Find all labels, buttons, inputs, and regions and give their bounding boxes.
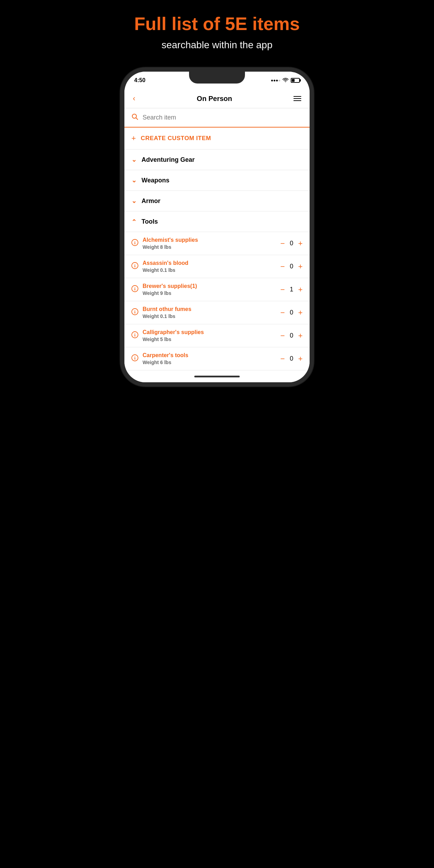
decrement-button[interactable]: −	[280, 355, 285, 363]
search-icon	[131, 113, 138, 122]
battery-icon	[291, 78, 300, 83]
item-weight: Weight 8 lbs	[143, 244, 280, 250]
item-name[interactable]: Carpenter's tools	[143, 352, 280, 359]
chevron-down-icon: ⌄	[131, 176, 137, 184]
counter-value: 0	[289, 355, 294, 362]
counter-value: 1	[289, 286, 294, 293]
item-counter: − 0 +	[280, 263, 303, 270]
signal-icon	[271, 80, 280, 81]
item-counter: − 0 +	[280, 332, 303, 340]
category-label: Armor	[142, 197, 160, 205]
svg-text:i: i	[134, 286, 136, 291]
phone-mockup: 4:50 ‹ On Person	[124, 72, 310, 382]
wifi-icon	[282, 78, 289, 83]
counter-value: 0	[289, 309, 294, 316]
search-input[interactable]	[143, 114, 303, 121]
info-icon[interactable]: i	[131, 354, 138, 363]
item-row: i Assassin's blood Weight 0.1 lbs − 0 +	[124, 255, 310, 278]
decrement-button[interactable]: −	[280, 309, 285, 317]
svg-text:i: i	[134, 309, 136, 314]
increment-button[interactable]: +	[298, 286, 303, 294]
item-details: Carpenter's tools Weight 6 lbs	[143, 352, 280, 365]
item-name[interactable]: Brewer's supplies(1)	[143, 283, 280, 289]
item-row: i Alchemist's supplies Weight 8 lbs − 0 …	[124, 232, 310, 255]
increment-button[interactable]: +	[298, 240, 303, 247]
item-counter: − 0 +	[280, 309, 303, 317]
info-icon[interactable]: i	[131, 331, 138, 340]
item-row: i Carpenter's tools Weight 6 lbs − 0 +	[124, 347, 310, 370]
increment-button[interactable]: +	[298, 355, 303, 363]
item-row: i Calligrapher's supplies Weight 5 lbs −…	[124, 324, 310, 347]
svg-text:i: i	[134, 240, 136, 245]
nav-bar: ‹ On Person	[124, 89, 310, 108]
category-tools[interactable]: ⌄ Tools	[124, 211, 310, 232]
category-label: Adventuring Gear	[142, 156, 195, 164]
item-row: i Burnt othur fumes Weight 0.1 lbs − 0 +	[124, 301, 310, 324]
item-counter: − 0 +	[280, 355, 303, 363]
category-weapons[interactable]: ⌄ Weapons	[124, 170, 310, 191]
item-details: Assassin's blood Weight 0.1 lbs	[143, 260, 280, 273]
svg-text:i: i	[134, 332, 136, 338]
svg-text:i: i	[134, 355, 136, 361]
svg-text:i: i	[134, 263, 136, 268]
item-weight: Weight 0.1 lbs	[143, 267, 280, 273]
home-bar	[124, 370, 310, 382]
item-details: Calligrapher's supplies Weight 5 lbs	[143, 329, 280, 342]
item-details: Burnt othur fumes Weight 0.1 lbs	[143, 306, 280, 319]
create-plus-icon: +	[131, 134, 136, 143]
decrement-button[interactable]: −	[280, 332, 285, 340]
item-weight: Weight 6 lbs	[143, 360, 280, 365]
item-name[interactable]: Alchemist's supplies	[143, 237, 280, 243]
increment-button[interactable]: +	[298, 332, 303, 340]
decrement-button[interactable]: −	[280, 286, 285, 294]
home-indicator	[194, 376, 240, 377]
increment-button[interactable]: +	[298, 263, 303, 270]
counter-value: 0	[289, 240, 294, 247]
search-bar[interactable]	[124, 108, 310, 128]
info-icon[interactable]: i	[131, 262, 138, 271]
item-weight: Weight 9 lbs	[143, 290, 280, 296]
item-weight: Weight 5 lbs	[143, 337, 280, 342]
create-custom-label: CREATE CUSTOM ITEM	[141, 135, 211, 142]
page-wrapper: Full list of 5E items searchable within …	[109, 14, 326, 382]
item-row: i Brewer's supplies(1) Weight 9 lbs − 1 …	[124, 278, 310, 301]
info-icon[interactable]: i	[131, 308, 138, 317]
item-counter: − 1 +	[280, 286, 303, 294]
menu-button[interactable]	[294, 96, 301, 101]
chevron-up-icon: ⌄	[131, 218, 137, 225]
nav-title: On Person	[197, 95, 232, 103]
item-details: Brewer's supplies(1) Weight 9 lbs	[143, 283, 280, 296]
increment-button[interactable]: +	[298, 309, 303, 317]
item-details: Alchemist's supplies Weight 8 lbs	[143, 237, 280, 250]
status-time: 4:50	[134, 77, 145, 84]
item-name[interactable]: Assassin's blood	[143, 260, 280, 266]
status-bar: 4:50	[124, 72, 310, 89]
category-armor[interactable]: ⌄ Armor	[124, 191, 310, 211]
phone-notch	[189, 72, 245, 84]
chevron-down-icon: ⌄	[131, 197, 137, 205]
decrement-button[interactable]: −	[280, 263, 285, 270]
info-icon[interactable]: i	[131, 285, 138, 294]
headline: Full list of 5E items	[134, 14, 300, 34]
category-adventuring-gear[interactable]: ⌄ Adventuring Gear	[124, 150, 310, 170]
info-icon[interactable]: i	[131, 239, 138, 248]
subheadline: searchable within the app	[161, 39, 273, 51]
chevron-down-icon: ⌄	[131, 156, 137, 164]
item-name[interactable]: Burnt othur fumes	[143, 306, 280, 312]
category-label: Tools	[142, 218, 158, 225]
item-weight: Weight 0.1 lbs	[143, 313, 280, 319]
back-button[interactable]: ‹	[133, 94, 135, 103]
create-custom-item-row[interactable]: + CREATE CUSTOM ITEM	[124, 128, 310, 150]
svg-line-1	[136, 118, 138, 120]
decrement-button[interactable]: −	[280, 240, 285, 247]
item-counter: − 0 +	[280, 240, 303, 247]
category-label: Weapons	[142, 177, 169, 184]
status-icons	[271, 78, 300, 83]
counter-value: 0	[289, 332, 294, 339]
counter-value: 0	[289, 263, 294, 270]
item-name[interactable]: Calligrapher's supplies	[143, 329, 280, 335]
